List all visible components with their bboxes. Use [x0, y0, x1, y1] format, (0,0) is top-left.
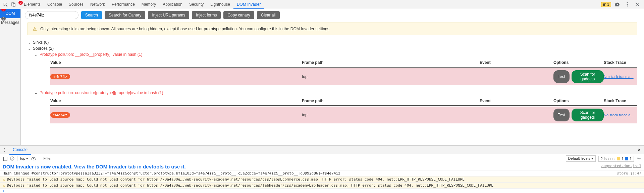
info-square-icon [625, 157, 628, 160]
source-link[interactable]: augmented-dom.js:1 [598, 164, 641, 169]
url-link[interactable]: https://0a4a00e….web-security-academy.ne… [147, 183, 347, 188]
sinks-node[interactable]: ⌄ Sinks (0) [28, 39, 637, 45]
warning-triangle-icon: ⚠ [3, 183, 5, 188]
warnings-badge[interactable]: ◧1 [601, 2, 611, 7]
tab-network[interactable]: Network [87, 0, 108, 9]
tab-dom-invader[interactable]: DOM Invader [233, 0, 264, 9]
console-filter-input[interactable] [42, 156, 563, 161]
tab-elements[interactable]: 0 Elements [20, 0, 44, 9]
log-levels-selector[interactable]: Default levels ▾ [566, 155, 596, 162]
canary-search-input[interactable] [25, 11, 78, 19]
svg-rect-1 [13, 3, 15, 6]
issues-indicator[interactable]: 2 Issues: 1 1 [598, 156, 634, 162]
dom-invader-toolbar: Search Search for Canary Inject URL para… [21, 9, 644, 21]
live-expression-icon[interactable] [31, 157, 36, 160]
value-chip: fs4e74iz [50, 74, 70, 79]
inspect-icon[interactable] [3, 2, 8, 7]
proto-group-2[interactable]: ⌄ Prototype pollution: constructor[proto… [34, 90, 637, 96]
svg-point-11 [638, 158, 640, 159]
value-chip: fs4e74iz [50, 112, 70, 118]
source-link[interactable]: store.js:47 [613, 171, 641, 176]
info-notice: ⚠ Only interesting sinks are being shown… [28, 23, 637, 35]
drawer-close-icon[interactable]: × [634, 147, 644, 153]
warning-square-icon [617, 157, 620, 160]
console-message: DOM Invader is now enabled. View the DOM… [0, 163, 644, 170]
inject-forms-button[interactable]: Inject forms [192, 11, 221, 19]
console-settings-gear-icon[interactable] [637, 156, 641, 161]
result-row: fs4e74iz top Test Scan for gadgets No st… [50, 68, 637, 85]
svg-point-3 [627, 4, 628, 5]
stack-trace-link[interactable]: No stack trace a... [604, 113, 634, 117]
dom-invader-sidebar: 0 DOM 0 Messages [0, 9, 21, 145]
svg-point-10 [33, 158, 34, 159]
frame-path: top [302, 74, 480, 79]
scan-gadgets-button[interactable]: Scan for gadgets [572, 70, 604, 83]
console-output: DOM Invader is now enabled. View the DOM… [0, 163, 644, 193]
close-devtools-icon[interactable] [635, 2, 640, 7]
search-button[interactable]: Search [81, 11, 102, 19]
proto-group-1[interactable]: ⌄ Prototype pollution: __proto__[propert… [34, 51, 637, 57]
clear-all-button[interactable]: Clear all [257, 11, 280, 19]
drawer-tab-console[interactable]: Console [9, 145, 31, 155]
copy-canary-button[interactable]: Copy canary [223, 11, 254, 19]
chevron-down-icon[interactable]: ⌄ [34, 90, 38, 95]
tab-security[interactable]: Security [186, 0, 207, 9]
settings-gear-icon[interactable] [614, 2, 620, 7]
tab-memory[interactable]: Memory [138, 0, 159, 9]
results-tree: ⌄ Sinks (0) ⌄ Sources (2) ⌄ Prototype po… [21, 39, 644, 123]
search-canary-button[interactable]: Search for Canary [105, 11, 145, 19]
scan-gadgets-button[interactable]: Scan for gadgets [572, 109, 604, 121]
chevron-down-icon[interactable]: ⌄ [34, 52, 38, 57]
result-row: fs4e74iz top Test Scan for gadgets No st… [50, 107, 637, 123]
chevron-down-icon[interactable]: ⌄ [28, 46, 32, 51]
console-toolbar: top ▾ Default levels ▾ 2 Issues: 1 1 [0, 154, 644, 163]
tab-sources[interactable]: Sources [65, 0, 87, 9]
table-header: Value Frame path Event Options Stack Tra… [50, 58, 637, 68]
table-header: Value Frame path Event Options Stack Tra… [50, 96, 637, 106]
test-button[interactable]: Test [553, 70, 570, 83]
sidebar-tab-messages[interactable]: 0 Messages [0, 18, 20, 27]
clear-console-icon[interactable] [10, 156, 14, 161]
devtools-tabstrip: 0 Elements Console Sources Network Perfo… [0, 0, 644, 9]
svg-line-8 [11, 157, 13, 160]
tab-performance[interactable]: Performance [108, 0, 138, 9]
warning-triangle-icon: ⚠ [33, 26, 37, 32]
test-button[interactable]: Test [553, 109, 570, 121]
stack-trace-link[interactable]: No stack trace a... [604, 75, 634, 79]
kebab-menu-icon[interactable] [625, 2, 630, 7]
svg-point-4 [627, 6, 628, 7]
svg-point-2 [627, 2, 628, 3]
console-warning: ⚠ DevTools failed to load source map: Co… [0, 177, 644, 183]
warning-triangle-icon: ⚠ [3, 177, 5, 182]
sources-node[interactable]: ⌄ Sources (2) [28, 45, 637, 51]
drawer-tabstrip: ⋮ Console × [0, 146, 644, 154]
device-toggle-icon[interactable] [11, 2, 16, 7]
notice-text: Only interesting sinks are being shown. … [40, 27, 330, 31]
error-badge: 0 [18, 1, 23, 5]
chevron-down-icon[interactable]: ⌄ [28, 40, 32, 45]
tab-application[interactable]: Application [159, 0, 186, 9]
console-prompt[interactable]: › [0, 189, 644, 193]
url-link[interactable]: https://0a4a00e….web-security-academy.ne… [147, 177, 318, 182]
frame-path: top [302, 113, 480, 117]
inject-url-button[interactable]: Inject URL params [148, 11, 189, 19]
svg-rect-6 [3, 157, 4, 161]
context-selector[interactable]: top ▾ [20, 156, 28, 161]
tab-console[interactable]: Console [44, 0, 65, 9]
console-message: Hash Changed #constructor[prototype][a3a… [0, 170, 644, 177]
tab-lighthouse[interactable]: Lighthouse [207, 0, 233, 9]
console-warning: ⚠ DevTools failed to load source map: Co… [0, 183, 644, 189]
console-sidebar-toggle-icon[interactable] [3, 157, 7, 161]
drawer-kebab-icon[interactable]: ⋮ [0, 148, 9, 152]
